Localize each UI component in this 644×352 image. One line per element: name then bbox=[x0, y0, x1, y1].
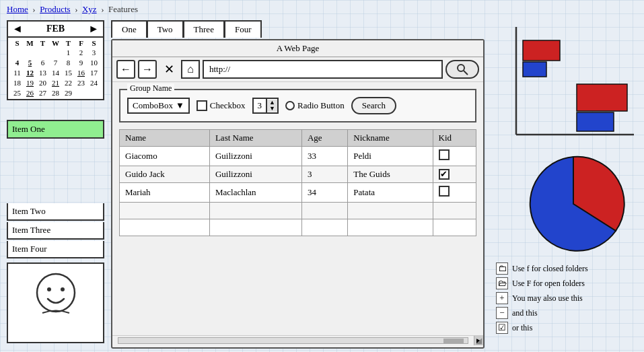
col-name: Name bbox=[120, 130, 210, 147]
checkbox-input[interactable] bbox=[196, 100, 207, 111]
col-age: Age bbox=[301, 130, 347, 147]
search-icon[interactable] bbox=[445, 60, 479, 79]
group-label: Group Name bbox=[127, 83, 174, 94]
kid-checkbox[interactable] bbox=[439, 186, 450, 197]
group-box: Group Name ComboBox ▼ Checkbox 3 ▲ ▼ bbox=[119, 89, 476, 122]
checkbox-wrap: Checkbox bbox=[196, 100, 246, 111]
combobox-label: ComboBox bbox=[133, 100, 173, 111]
legend-item-plus: + You may also use this bbox=[496, 292, 637, 304]
combobox[interactable]: ComboBox ▼ bbox=[127, 98, 190, 114]
sidebar-item-four[interactable]: Item Four bbox=[7, 241, 104, 258]
breadcrumb-xyz[interactable]: Xyz bbox=[82, 4, 97, 14]
col-last-name: Last Name bbox=[209, 130, 301, 147]
legend-check-text: or this bbox=[512, 323, 532, 333]
form-row: ComboBox ▼ Checkbox 3 ▲ ▼ Radio But bbox=[127, 97, 468, 114]
cell-name: Mariah bbox=[120, 183, 210, 203]
cal-days: 123 45678910 11121314151617 181920212223… bbox=[11, 48, 100, 98]
tab-three[interactable]: Three bbox=[184, 20, 225, 38]
checkbox-label: Checkbox bbox=[210, 100, 246, 111]
cal-days-header: SMTWTFS bbox=[11, 39, 100, 47]
back-button[interactable]: ← bbox=[116, 60, 135, 79]
svg-rect-9 bbox=[577, 84, 627, 111]
scrollbar-thumb[interactable] bbox=[443, 339, 464, 344]
svg-point-0 bbox=[37, 274, 75, 312]
table-row: Guido Jack Guilizzoni 3 The Guids ✔ bbox=[120, 166, 476, 183]
bar-chart bbox=[503, 20, 637, 141]
legend-closed-folder-text: Use f for closed folders bbox=[512, 264, 588, 274]
radio-input[interactable] bbox=[285, 101, 295, 110]
sidebar-item-one[interactable]: Item One bbox=[7, 120, 104, 139]
spinner[interactable]: 3 ▲ ▼ bbox=[252, 98, 279, 114]
spinner-buttons: ▲ ▼ bbox=[267, 100, 277, 112]
browser-window: A Web Page ← → ✕ ⌂ Group Name ComboBox ▼ bbox=[111, 39, 485, 349]
check-icon: ☑ bbox=[496, 322, 508, 334]
sidebar-item-three[interactable]: Item Three bbox=[7, 222, 104, 240]
url-bar[interactable] bbox=[203, 60, 443, 79]
cell-last-name: Maclachlan bbox=[209, 183, 301, 203]
breadcrumb-features: Features bbox=[108, 4, 138, 14]
close-button[interactable]: ✕ bbox=[159, 60, 178, 79]
radio-wrap: Radio Button bbox=[285, 100, 345, 111]
cell-age: 3 bbox=[301, 166, 347, 183]
spinner-value: 3 bbox=[254, 99, 268, 112]
tab-four[interactable]: Four bbox=[225, 20, 262, 38]
browser-content: Group Name ComboBox ▼ Checkbox 3 ▲ ▼ bbox=[112, 82, 483, 243]
legend-minus-text: and this bbox=[512, 308, 538, 318]
minus-icon: − bbox=[496, 307, 508, 319]
tabs-area: One Two Three Four bbox=[111, 20, 481, 38]
table-row: Mariah Maclachlan 34 Patata bbox=[120, 183, 476, 203]
cal-month: FEB bbox=[46, 24, 65, 34]
breadcrumb-products[interactable]: Products bbox=[40, 4, 71, 14]
cal-prev-button[interactable]: ◄ bbox=[12, 23, 23, 35]
browser-toolbar: ← → ✕ ⌂ bbox=[112, 57, 483, 82]
legend-item-closed-folder: 🗀 Use f for closed folders bbox=[496, 262, 637, 275]
resize-handle[interactable]: ◢ bbox=[476, 336, 482, 346]
kid-checkbox[interactable] bbox=[439, 149, 450, 160]
svg-point-2 bbox=[61, 287, 65, 291]
data-table: Name Last Name Age Nickname Kid Giacomo … bbox=[119, 129, 476, 236]
tab-one[interactable]: One bbox=[111, 20, 147, 38]
cell-kid bbox=[433, 183, 476, 203]
closed-folder-icon: 🗀 bbox=[496, 262, 508, 275]
cell-kid: ✔ bbox=[433, 166, 476, 183]
home-button[interactable]: ⌂ bbox=[181, 60, 200, 79]
cal-next-button[interactable]: ► bbox=[88, 23, 99, 35]
search-button[interactable]: Search bbox=[351, 97, 396, 114]
breadcrumb-home[interactable]: Home bbox=[7, 4, 28, 14]
radio-label: Radio Button bbox=[297, 100, 345, 111]
tabs-row: One Two Three Four bbox=[111, 20, 481, 38]
spinner-down-button[interactable]: ▼ bbox=[267, 106, 277, 112]
browser-title: A Web Page bbox=[277, 43, 320, 53]
svg-point-3 bbox=[458, 65, 464, 71]
cell-nickname: The Guids bbox=[348, 166, 433, 183]
cell-last-name: Guilizzoni bbox=[209, 166, 301, 183]
legend-item-minus: − and this bbox=[496, 307, 637, 319]
plus-icon: + bbox=[496, 292, 508, 304]
svg-line-4 bbox=[464, 71, 468, 75]
browser-title-bar: A Web Page bbox=[112, 40, 483, 57]
cell-nickname: Patata bbox=[348, 183, 433, 203]
calendar: ◄ FEB ► SMTWTFS 123 45678910 11121314151… bbox=[7, 20, 104, 100]
tab-two[interactable]: Two bbox=[147, 20, 184, 38]
svg-rect-7 bbox=[523, 40, 560, 61]
kid-checkbox[interactable]: ✔ bbox=[439, 169, 450, 180]
legend-plus-text: You may also use this bbox=[512, 293, 583, 304]
cell-name: Guido Jack bbox=[120, 166, 210, 183]
pie-chart bbox=[509, 145, 637, 262]
cell-age: 34 bbox=[301, 183, 347, 203]
svg-rect-8 bbox=[523, 62, 546, 77]
col-kid: Kid bbox=[433, 130, 476, 147]
legend-open-folder-text: Use F for open folders bbox=[512, 279, 585, 289]
sidebar-item-two[interactable]: Item Two bbox=[7, 203, 104, 221]
col-nickname: Nickname bbox=[348, 130, 433, 147]
forward-button[interactable]: → bbox=[138, 60, 157, 79]
table-row-empty bbox=[120, 203, 476, 219]
legend-item-open-folder: 🗁 Use F for open folders bbox=[496, 277, 637, 289]
avatar bbox=[7, 262, 104, 343]
table-row: Giacomo Guilizzoni 33 Peldi bbox=[120, 147, 476, 166]
cell-nickname: Peldi bbox=[348, 147, 433, 166]
cell-name: Giacomo bbox=[120, 147, 210, 166]
open-folder-icon: 🗁 bbox=[496, 277, 508, 289]
cell-last-name: Guilizzoni bbox=[209, 147, 301, 166]
breadcrumb: Home › Products › Xyz › Features bbox=[7, 4, 138, 15]
